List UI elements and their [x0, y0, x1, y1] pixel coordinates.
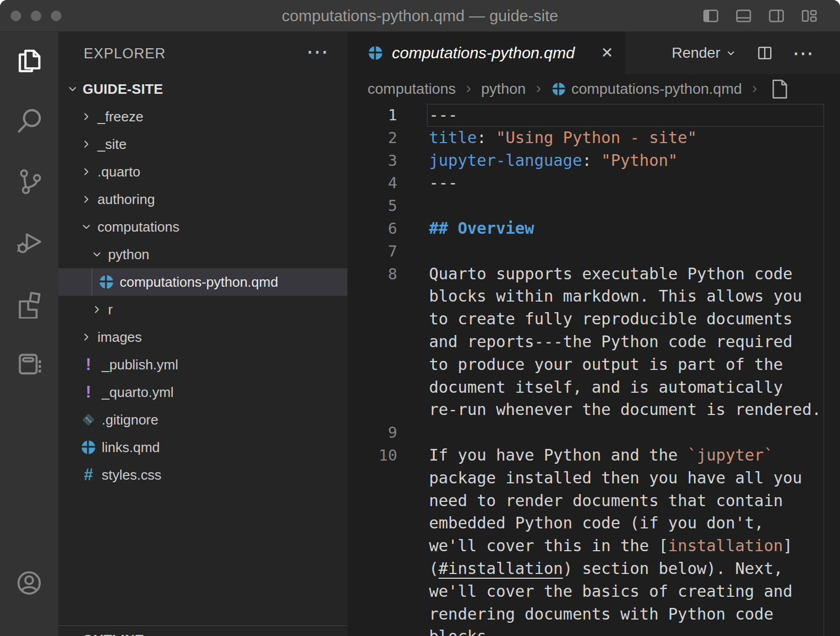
- code-row[interactable]: 2title: "Using Python - site": [347, 127, 840, 149]
- line-number: 9: [347, 421, 397, 444]
- tree-item-label: _publish.yml: [102, 357, 178, 373]
- breadcrumb-python[interactable]: python: [481, 81, 526, 98]
- render-button[interactable]: Render: [672, 45, 737, 61]
- line-content: to produce your output is part of the: [397, 354, 783, 376]
- breadcrumb-computations-python-qmd[interactable]: computations-python.qmd: [551, 81, 742, 98]
- line-number: 8: [347, 263, 397, 286]
- tree-item-images[interactable]: images: [58, 323, 347, 351]
- workbench: EXPLORER ⋯ GUIDE-SITE _freeze_site.quart…: [0, 32, 840, 636]
- breadcrumb-label: computations-python.qmd: [571, 81, 742, 98]
- code-row[interactable]: blocks.: [347, 625, 840, 636]
- debug-icon: [14, 227, 44, 257]
- tree-item-computations-python-qmd[interactable]: computations-python.qmd: [58, 268, 347, 296]
- code-row[interactable]: we'll cover this in the [installation]: [347, 535, 840, 558]
- line-content: ---: [397, 104, 458, 127]
- code-row[interactable]: 1---: [347, 104, 840, 127]
- tree-item--quarto-yml[interactable]: !_quarto.yml: [58, 378, 347, 406]
- code-row[interactable]: embedded Python code (if you don't,: [347, 512, 840, 535]
- tree-item--gitignore[interactable]: .gitignore: [58, 406, 347, 434]
- outline-header[interactable]: OUTLINE: [58, 626, 347, 636]
- tree-item-links-qmd[interactable]: links.qmd: [58, 434, 347, 461]
- code-row[interactable]: 9: [347, 421, 840, 444]
- tree-root-guide-site[interactable]: GUIDE-SITE: [58, 75, 347, 103]
- code-row[interactable]: 4---: [347, 172, 840, 195]
- code-row[interactable]: and reports---the Python code required: [347, 331, 840, 354]
- code-row[interactable]: 10If you have Python and the `jupyter`: [347, 444, 840, 467]
- tree-item--freeze[interactable]: _freeze: [58, 103, 347, 130]
- extensions-icon: [14, 289, 44, 319]
- tab-computations-python-qmd[interactable]: computations-python.qmd ✕: [347, 32, 625, 74]
- code-row[interactable]: to create fully reproducible documents: [347, 308, 840, 331]
- code-row[interactable]: document itself, and is automatically: [347, 376, 840, 399]
- split-editor-icon[interactable]: [756, 45, 773, 61]
- tree-item-computations[interactable]: computations: [58, 213, 347, 241]
- activity-item-account[interactable]: [14, 568, 44, 598]
- vscode-window: computations-python.qmd — guide-site EXP…: [0, 0, 840, 636]
- close-tab-icon[interactable]: ✕: [601, 46, 613, 60]
- line-content: Quarto supports executable Python code: [397, 263, 792, 286]
- code-row[interactable]: 3jupyter-language: "Python": [347, 149, 840, 172]
- tree-item-r[interactable]: r: [58, 296, 347, 323]
- tree-item-label: links.qmd: [102, 439, 160, 456]
- activity-item-explorer[interactable]: [14, 46, 44, 76]
- activity-item-source-control[interactable]: [14, 166, 44, 196]
- code-row[interactable]: blocks within markdown. This allows you: [347, 285, 840, 308]
- chevron-down-icon: [725, 47, 737, 59]
- tree-item-label: authoring: [97, 191, 155, 208]
- tree-item-authoring[interactable]: authoring: [58, 186, 347, 213]
- breadcrumb-computations[interactable]: computations: [368, 81, 456, 98]
- more-actions-button[interactable]: ⋯: [792, 42, 814, 64]
- layout-panel-bottom-icon[interactable]: [734, 6, 753, 25]
- tree-item--quarto[interactable]: .quarto: [58, 158, 347, 186]
- layout-sidebar-left-icon[interactable]: [701, 6, 720, 25]
- code-row[interactable]: 6## Overview: [347, 217, 840, 240]
- code-row[interactable]: rendering documents with Python code: [347, 603, 840, 626]
- code-editor[interactable]: 1---2title: "Using Python - site"3jupyte…: [347, 104, 840, 636]
- tree-item-label: _site: [97, 136, 127, 153]
- chevron-right-icon: [81, 138, 92, 150]
- activity-item-run-debug[interactable]: [14, 227, 44, 257]
- code-row[interactable]: package installed then you have all you: [347, 467, 840, 490]
- activity-item-notebooks[interactable]: [14, 349, 44, 379]
- editor-group: computations-python.qmd ✕ Render ⋯: [347, 32, 840, 636]
- line-content: title: "Using Python - site": [397, 127, 697, 149]
- tree-item-styles-css[interactable]: #styles.css: [58, 461, 347, 489]
- tree-item-label: computations-python.qmd: [120, 274, 278, 290]
- activity-item-extensions[interactable]: [14, 289, 44, 319]
- layout-customize-icon[interactable]: [800, 6, 819, 25]
- quarto-file-icon: [81, 439, 96, 455]
- line-content: and reports---the Python code required: [397, 331, 792, 354]
- code-row[interactable]: (#installation) section below). Next,: [347, 558, 840, 580]
- line-content: blocks.: [397, 625, 496, 636]
- code-row[interactable]: need to render documents that contain: [347, 490, 840, 513]
- chevron-right-icon: [749, 84, 760, 94]
- source-control-icon: [14, 166, 44, 196]
- line-content: If you have Python and the `jupyter`: [397, 444, 773, 467]
- explorer-more-actions-button[interactable]: ⋯: [306, 32, 328, 72]
- layout-sidebar-right-icon[interactable]: [767, 6, 786, 25]
- search-icon: [14, 106, 44, 136]
- tree-item-python[interactable]: python: [58, 241, 347, 268]
- notebook-icon: [14, 349, 44, 379]
- chevron-right-icon: [81, 111, 92, 122]
- activity-item-search[interactable]: [14, 106, 44, 136]
- code-row[interactable]: to produce your output is part of the: [347, 354, 840, 376]
- chevron-right-icon: [533, 84, 544, 94]
- code-row[interactable]: we'll cover the basics of creating and: [347, 580, 840, 603]
- explorer-sidebar: EXPLORER ⋯ GUIDE-SITE _freeze_site.quart…: [58, 32, 347, 636]
- line-content: rendering documents with Python code: [397, 603, 773, 626]
- code-row[interactable]: 7: [347, 240, 840, 263]
- yaml-file-icon: !: [81, 384, 96, 400]
- line-number: 5: [347, 195, 397, 217]
- tree-item--publish-yml[interactable]: !_publish.yml: [58, 351, 347, 378]
- account-icon: [14, 568, 44, 598]
- css-file-icon: #: [81, 467, 96, 483]
- code-row[interactable]: 8Quarto supports executable Python code: [347, 263, 840, 286]
- activity-bar: [0, 32, 58, 636]
- code-row[interactable]: re-run whenever the document is rendered…: [347, 399, 840, 421]
- symbol-doc-icon: [767, 77, 791, 101]
- files-icon: [14, 46, 44, 76]
- breadcrumb-label: computations: [368, 81, 456, 98]
- code-row[interactable]: 5: [347, 195, 840, 217]
- tree-item--site[interactable]: _site: [58, 130, 347, 158]
